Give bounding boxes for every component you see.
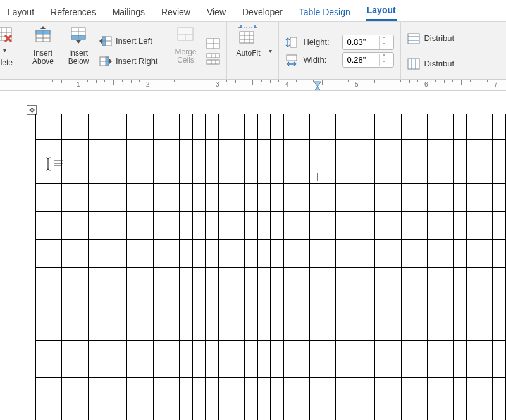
table-cell[interactable] xyxy=(192,304,206,341)
table-cell[interactable] xyxy=(127,414,140,421)
table-cell[interactable] xyxy=(297,268,310,304)
table-cell[interactable] xyxy=(192,268,206,304)
table-cell[interactable] xyxy=(153,268,166,304)
table-cell[interactable] xyxy=(231,128,245,140)
table-cell[interactable] xyxy=(427,114,440,128)
table-cell[interactable] xyxy=(218,240,231,268)
table-cell[interactable] xyxy=(127,140,140,184)
table-cell[interactable] xyxy=(166,128,180,140)
table-cell[interactable] xyxy=(336,114,349,128)
table-cell[interactable] xyxy=(179,240,192,268)
table-cell[interactable] xyxy=(206,414,219,421)
table-cell[interactable] xyxy=(231,140,245,184)
table-cell[interactable] xyxy=(414,341,428,378)
table-cell[interactable] xyxy=(114,140,127,184)
table-cell[interactable] xyxy=(140,114,154,128)
table-cell[interactable] xyxy=(231,268,245,304)
table-cell[interactable] xyxy=(36,341,49,378)
table-cell[interactable] xyxy=(310,304,323,341)
table-cell[interactable] xyxy=(440,140,454,184)
table-cell[interactable] xyxy=(206,128,219,140)
table-cell[interactable] xyxy=(297,240,310,268)
table-cell[interactable] xyxy=(75,378,88,414)
table-cell[interactable] xyxy=(245,212,258,240)
height-step-down[interactable]: ˅ xyxy=(380,42,388,49)
table-cell[interactable] xyxy=(388,184,401,212)
table-cell[interactable] xyxy=(127,114,140,128)
table-cell[interactable] xyxy=(310,414,323,421)
table-cell[interactable] xyxy=(401,414,414,421)
table-cell[interactable] xyxy=(153,184,166,212)
table-cell[interactable] xyxy=(283,212,297,240)
table-cell[interactable] xyxy=(166,140,180,184)
table-cell[interactable] xyxy=(466,128,479,140)
table-cell[interactable] xyxy=(49,114,62,128)
table-cell[interactable] xyxy=(166,414,180,421)
table-cell[interactable] xyxy=(454,304,467,341)
table-cell[interactable] xyxy=(492,140,505,184)
table-cell[interactable] xyxy=(336,378,349,414)
table-cell[interactable] xyxy=(440,378,454,414)
table-cell[interactable] xyxy=(192,128,206,140)
table-cell[interactable] xyxy=(479,240,493,268)
table-cell[interactable] xyxy=(271,240,284,268)
height-step-up[interactable]: ˄ xyxy=(380,36,388,42)
table-cell[interactable] xyxy=(206,304,219,341)
table-cell[interactable] xyxy=(192,212,206,240)
table-cell[interactable] xyxy=(114,184,127,212)
insert-below-button[interactable]: Insert Below xyxy=(64,25,93,77)
autofit-button[interactable]: AutoFit xyxy=(233,25,262,77)
table-cell[interactable] xyxy=(349,268,362,304)
table-cell[interactable] xyxy=(101,268,114,304)
table-cell[interactable] xyxy=(336,414,349,421)
table-cell[interactable] xyxy=(179,304,192,341)
table-cell[interactable] xyxy=(479,378,493,414)
table-cell[interactable] xyxy=(257,140,271,184)
table-cell[interactable] xyxy=(257,378,271,414)
table-cell[interactable] xyxy=(127,268,140,304)
table-cell[interactable] xyxy=(388,128,401,140)
table-cell[interactable] xyxy=(206,184,219,212)
table-cell[interactable] xyxy=(323,212,336,240)
table-cell[interactable] xyxy=(349,114,362,128)
table-cell[interactable] xyxy=(362,378,375,414)
table-cell[interactable] xyxy=(218,341,231,378)
table-cell[interactable] xyxy=(466,414,479,421)
table-cell[interactable] xyxy=(466,140,479,184)
table-cell[interactable] xyxy=(153,378,166,414)
distribute-cols-button[interactable]: Distribut xyxy=(407,56,454,72)
table-cell[interactable] xyxy=(336,140,349,184)
table-cell[interactable] xyxy=(206,240,219,268)
table-cell[interactable] xyxy=(75,304,88,341)
table-cell[interactable] xyxy=(440,184,454,212)
table-cell[interactable] xyxy=(88,240,101,268)
table-cell[interactable] xyxy=(88,304,101,341)
table-cell[interactable] xyxy=(62,414,75,421)
table-cell[interactable] xyxy=(375,304,388,341)
table-cell[interactable] xyxy=(49,414,62,421)
table-cell[interactable] xyxy=(153,304,166,341)
table-cell[interactable] xyxy=(231,304,245,341)
table-cell[interactable] xyxy=(375,268,388,304)
table-cell[interactable] xyxy=(62,212,75,240)
table-cell[interactable] xyxy=(245,140,258,184)
table-cell[interactable] xyxy=(179,140,192,184)
table-cell[interactable] xyxy=(336,304,349,341)
table-cell[interactable] xyxy=(349,414,362,421)
table-cell[interactable] xyxy=(310,240,323,268)
table-cell[interactable] xyxy=(218,414,231,421)
document-area[interactable]: ✥ xyxy=(0,91,506,420)
table-cell[interactable] xyxy=(297,378,310,414)
table-cell[interactable] xyxy=(427,304,440,341)
table-cell[interactable] xyxy=(192,341,206,378)
table-cell[interactable] xyxy=(362,304,375,341)
table-cell[interactable] xyxy=(492,114,505,128)
table-cell[interactable] xyxy=(297,128,310,140)
table-cell[interactable] xyxy=(257,304,271,341)
table-cell[interactable] xyxy=(206,140,219,184)
table-cell[interactable] xyxy=(362,268,375,304)
table-cell[interactable] xyxy=(88,268,101,304)
table-cell[interactable] xyxy=(454,240,467,268)
table-cell[interactable] xyxy=(127,378,140,414)
table-cell[interactable] xyxy=(375,378,388,414)
